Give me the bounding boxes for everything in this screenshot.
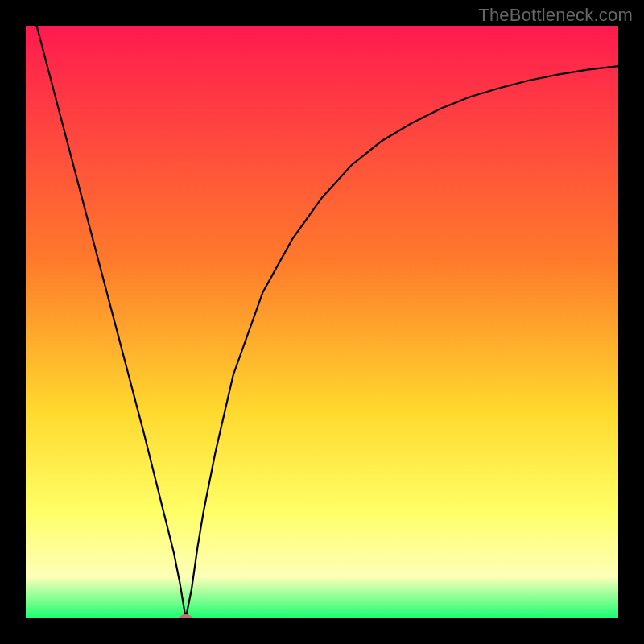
bottleneck-chart xyxy=(26,26,618,618)
watermark-text: TheBottleneck.com xyxy=(478,5,633,26)
chart-frame xyxy=(26,26,618,618)
